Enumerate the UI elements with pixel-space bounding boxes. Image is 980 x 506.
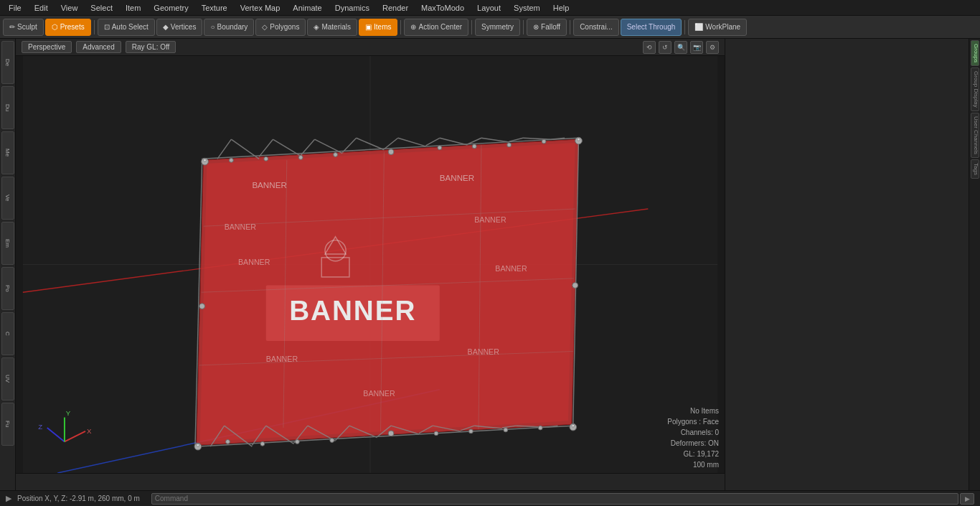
menu-dynamics[interactable]: Dynamics — [329, 2, 375, 14]
svg-point-85 — [197, 444, 199, 446]
svg-text:BANNER: BANNER — [363, 389, 395, 398]
workplane-icon: ⬜ — [694, 23, 703, 31]
svg-text:Z: Z — [38, 423, 42, 431]
svg-point-76 — [260, 441, 265, 446]
sidebar-tab-dup[interactable]: Du — [1, 86, 14, 129]
svg-text:BANNER: BANNER — [495, 264, 527, 273]
scene-svg: BANNER BANNER BANNER BANNER BANNER BANNE… — [16, 56, 725, 473]
menu-animate[interactable]: Animate — [287, 2, 327, 14]
vtab-group-display[interactable]: Group Display — [971, 67, 979, 111]
menu-help[interactable]: Help — [547, 2, 575, 14]
left-sidebar: De Du Me Ve Em Po C UV Fu — [0, 39, 16, 490]
viewport-header: Perspective Advanced Ray GL: Off ⟲ ↺ 🔍 📷… — [16, 39, 725, 56]
sidebar-tab-pol[interactable]: Po — [1, 267, 14, 310]
svg-point-65 — [199, 304, 205, 309]
expand-icon[interactable]: ▶ — [6, 494, 11, 503]
toolbar: ✏ Sculpt ⬡ Presets ⊡ Auto Select ◆ Verti… — [0, 16, 980, 39]
menu-render[interactable]: Render — [377, 2, 414, 14]
right-vertical-tabs: Groups Group Display User Channels Tags — [969, 39, 980, 490]
viewport-icons: ⟲ ↺ 🔍 📷 ⚙ — [643, 41, 719, 54]
position-label: Position X, Y, Z: — [17, 495, 67, 502]
falloff-button[interactable]: ⊗ Falloff — [527, 19, 567, 36]
viewport-icon-search[interactable]: 🔍 — [674, 41, 687, 54]
command-input[interactable] — [151, 493, 958, 505]
viewport-icon-arrows[interactable]: ⟲ — [643, 41, 656, 54]
sidebar-tab-c[interactable]: C — [1, 312, 14, 355]
svg-text:Y: Y — [66, 409, 71, 417]
viewport[interactable]: Perspective Advanced Ray GL: Off ⟲ ↺ 🔍 📷… — [16, 39, 725, 490]
menu-geometry[interactable]: Geometry — [148, 2, 194, 14]
viewport-icon-refresh[interactable]: ↺ — [659, 41, 672, 54]
vertices-icon: ◆ — [163, 23, 169, 31]
perspective-btn[interactable]: Perspective — [22, 41, 72, 53]
svg-point-74 — [542, 139, 546, 144]
viewport-icon-settings[interactable]: ⚙ — [706, 41, 719, 54]
svg-point-78 — [330, 439, 334, 443]
command-submit-button[interactable]: ▶ — [960, 493, 974, 505]
polygons-icon: ◇ — [262, 23, 268, 31]
items-button[interactable]: ▣ Items — [359, 19, 397, 36]
sidebar-tab-fu[interactable]: Fu — [1, 403, 14, 446]
status-info: No Items Polygons : Face Channels: 0 Def… — [667, 406, 719, 470]
status-channels: Channels: 0 — [667, 427, 719, 438]
svg-point-70 — [334, 153, 338, 157]
constraint-button[interactable]: Constrai... — [573, 19, 619, 36]
sidebar-tab-de[interactable]: De — [1, 41, 14, 84]
menu-maxtomodo[interactable]: MaxToModo — [415, 2, 470, 14]
svg-point-82 — [538, 426, 542, 430]
polygons-button[interactable]: ◇ Polygons — [255, 19, 306, 36]
svg-point-79 — [434, 431, 438, 436]
sidebar-tab-mes[interactable]: Me — [1, 131, 14, 174]
status-polygons: Polygons : Face — [667, 416, 719, 427]
advanced-btn[interactable]: Advanced — [76, 41, 121, 53]
workplane-button[interactable]: ⬜ WorkPlane — [688, 19, 747, 36]
status-mm: 100 mm — [667, 459, 719, 470]
svg-point-71 — [438, 146, 442, 150]
action-center-button[interactable]: ⊕ Action Center — [404, 19, 468, 36]
separator-1 — [94, 20, 95, 34]
svg-text:BANNER: BANNER — [238, 258, 270, 266]
vtab-tags[interactable]: Tags — [971, 159, 979, 179]
sidebar-tab-em[interactable]: Em — [1, 222, 14, 265]
main-area: De Du Me Ve Em Po C UV Fu Perspective Ad… — [0, 39, 980, 490]
banner-frame: BANNER BANNER BANNER BANNER BANNER BANNE… — [197, 139, 579, 445]
ray-gl-btn[interactable]: Ray GL: Off — [126, 41, 176, 53]
presets-button[interactable]: ⬡ Presets — [45, 19, 91, 36]
menu-system[interactable]: System — [508, 2, 546, 14]
sidebar-tab-ver[interactable]: Ve — [1, 177, 14, 220]
svg-text:BANNER: BANNER — [440, 173, 474, 182]
vtab-groups[interactable]: Groups — [971, 40, 979, 66]
menu-item[interactable]: Item — [120, 2, 146, 14]
presets-icon: ⬡ — [52, 23, 58, 31]
select-through-button[interactable]: Select Through — [621, 19, 682, 36]
separator-3 — [471, 20, 472, 34]
svg-point-68 — [264, 156, 268, 161]
menu-select[interactable]: Select — [85, 2, 118, 14]
svg-point-86 — [572, 424, 575, 427]
separator-2 — [400, 20, 401, 34]
right-panel — [725, 39, 969, 490]
svg-point-83 — [204, 159, 207, 161]
menu-view[interactable]: View — [55, 2, 84, 14]
separator-5 — [570, 20, 570, 34]
separator-4 — [523, 20, 524, 34]
auto-select-button[interactable]: ⊡ Auto Select — [98, 19, 155, 36]
vertices-button[interactable]: ◆ Vertices — [156, 19, 203, 36]
materials-button[interactable]: ◈ Materials — [307, 19, 357, 36]
boundary-button[interactable]: ○ Boundary — [204, 19, 254, 36]
symmetry-button[interactable]: Symmetry — [475, 19, 520, 36]
svg-point-80 — [469, 429, 473, 434]
menu-edit[interactable]: Edit — [29, 2, 54, 14]
sidebar-tab-uv[interactable]: UV — [1, 357, 14, 400]
sculpt-button[interactable]: ✏ Sculpt — [3, 19, 44, 36]
svg-text:BANNER: BANNER — [474, 215, 507, 224]
menu-layout[interactable]: Layout — [471, 2, 507, 14]
vtab-user-channels[interactable]: User Channels — [971, 113, 979, 158]
svg-point-84 — [578, 138, 580, 141]
svg-point-67 — [229, 158, 233, 162]
menu-texture[interactable]: Texture — [196, 2, 233, 14]
menu-vertex-map[interactable]: Vertex Map — [235, 2, 286, 14]
menu-file[interactable]: File — [3, 2, 27, 14]
separator-6 — [684, 20, 685, 34]
viewport-icon-cam[interactable]: 📷 — [690, 41, 703, 54]
